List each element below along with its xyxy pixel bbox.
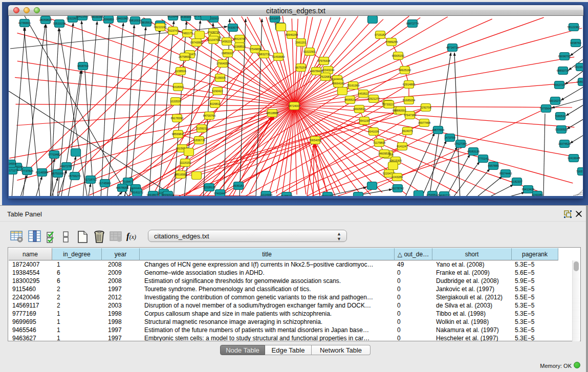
svg-text:0715182: 0715182 (375, 33, 385, 36)
svg-text:9318393: 9318393 (172, 85, 183, 89)
svg-text:46488771: 46488771 (280, 194, 293, 196)
svg-text:48734714: 48734714 (446, 46, 459, 49)
svg-text:6453521: 6453521 (358, 92, 368, 95)
svg-text:86578091: 86578091 (116, 186, 128, 189)
svg-text:18724007: 18724007 (288, 104, 300, 107)
svg-text:91022901: 91022901 (303, 50, 316, 53)
svg-text:6629946: 6629946 (167, 16, 178, 18)
svg-text:68893734: 68893734 (557, 69, 569, 72)
svg-text:01632870: 01632870 (269, 17, 281, 20)
svg-text:05766270: 05766270 (69, 174, 81, 178)
svg-text:7770143: 7770143 (477, 157, 488, 160)
svg-text:4957885: 4957885 (488, 164, 498, 167)
svg-text:49972787: 49972787 (60, 165, 73, 168)
svg-text:86753396: 86753396 (52, 172, 64, 175)
svg-text:2961201: 2961201 (295, 41, 306, 44)
svg-text:2292706: 2292706 (420, 106, 431, 109)
svg-text:07527354: 07527354 (454, 142, 467, 145)
svg-text:6562729: 6562729 (554, 83, 564, 86)
svg-text:89413435: 89413435 (522, 188, 534, 191)
svg-text:05865185: 05865185 (577, 80, 583, 83)
svg-text:7109477: 7109477 (122, 180, 133, 183)
svg-text:4586850: 4586850 (103, 18, 114, 21)
svg-text:13171274: 13171274 (9, 169, 18, 172)
svg-text:42104709: 42104709 (207, 38, 220, 41)
svg-text:18518888: 18518888 (266, 112, 278, 115)
svg-text:70654051: 70654051 (309, 139, 321, 142)
svg-text:24609539: 24609539 (378, 152, 390, 155)
svg-text:97403447: 97403447 (214, 192, 226, 195)
svg-text:28059826: 28059826 (39, 18, 52, 21)
svg-text:53755646: 53755646 (540, 107, 552, 110)
svg-text:44905814: 44905814 (353, 107, 365, 111)
svg-text:19374529: 19374529 (558, 142, 571, 145)
svg-text:12328120: 12328120 (203, 186, 215, 189)
svg-text:1456232: 1456232 (221, 40, 232, 43)
svg-text:17565512: 17565512 (426, 193, 439, 196)
svg-text:8835523: 8835523 (344, 98, 355, 101)
svg-text:81685054: 81685054 (403, 99, 415, 102)
svg-text:84700766: 84700766 (203, 114, 215, 117)
svg-text:50533158: 50533158 (53, 22, 66, 25)
svg-text:4341036: 4341036 (368, 130, 379, 133)
svg-text:51718702: 51718702 (84, 178, 97, 181)
svg-text:97703482: 97703482 (48, 153, 60, 156)
svg-text:58122362: 58122362 (568, 26, 580, 29)
svg-text:86872774: 86872774 (406, 22, 419, 25)
svg-text:5290422: 5290422 (212, 90, 223, 93)
svg-text:7693676: 7693676 (227, 26, 238, 29)
svg-text:12368516: 12368516 (233, 45, 246, 48)
svg-text:88516560: 88516560 (175, 173, 187, 176)
svg-text:85574443: 85574443 (499, 172, 512, 175)
svg-text:99938677: 99938677 (147, 193, 159, 196)
svg-text:09743953: 09743953 (190, 41, 203, 44)
svg-text:49877694: 49877694 (432, 128, 444, 132)
svg-text:7139005: 7139005 (214, 76, 225, 79)
svg-text:89178390: 89178390 (171, 117, 183, 120)
svg-text:51493689: 51493689 (272, 55, 285, 58)
svg-text:08835615: 08835615 (140, 21, 153, 24)
svg-text:71159212: 71159212 (195, 127, 208, 130)
svg-text:63193149: 63193149 (575, 65, 583, 69)
svg-text:7080531: 7080531 (555, 115, 565, 118)
svg-text:54330365: 54330365 (91, 16, 103, 18)
svg-text:74680715: 74680715 (438, 194, 450, 196)
svg-text:00343244: 00343244 (322, 69, 334, 72)
svg-text:82146584: 82146584 (36, 171, 48, 174)
svg-text:67737826: 67737826 (21, 169, 33, 172)
svg-text:44925192: 44925192 (399, 69, 411, 72)
svg-text:80940244: 80940244 (286, 33, 298, 36)
svg-text:4936183: 4936183 (233, 184, 244, 187)
svg-text:12419049: 12419049 (568, 157, 580, 160)
svg-text:69664160: 69664160 (332, 82, 344, 85)
svg-text:99016272: 99016272 (549, 99, 561, 102)
svg-text:65905151: 65905151 (392, 54, 404, 57)
svg-text:0504556: 0504556 (9, 162, 16, 165)
svg-text:90278742: 90278742 (391, 187, 404, 190)
svg-text:14978403: 14978403 (310, 70, 322, 73)
svg-text:0541199: 0541199 (359, 119, 369, 122)
svg-text:8240084: 8240084 (532, 193, 542, 196)
svg-text:4026811: 4026811 (209, 102, 220, 105)
svg-text:6658760: 6658760 (570, 41, 581, 45)
svg-text:26758692: 26758692 (179, 55, 191, 58)
svg-text:5182337: 5182337 (511, 180, 522, 183)
svg-text:17964053: 17964053 (216, 62, 229, 65)
svg-text:75161369: 75161369 (347, 84, 359, 87)
svg-text:35977468: 35977468 (418, 121, 430, 124)
svg-text:88424745: 88424745 (233, 37, 246, 40)
svg-text:09859317: 09859317 (222, 52, 234, 55)
svg-text:11836736: 11836736 (193, 139, 205, 142)
svg-text:8141247: 8141247 (397, 145, 407, 148)
svg-text:67976438: 67976438 (318, 59, 330, 62)
svg-text:4436995: 4436995 (180, 16, 191, 18)
svg-text:17549651: 17549651 (249, 48, 262, 51)
svg-text:1020539: 1020539 (170, 100, 181, 103)
svg-text:71179808: 71179808 (373, 141, 385, 144)
svg-text:59401399: 59401399 (321, 194, 334, 196)
svg-text:6675254: 6675254 (295, 66, 306, 69)
svg-text:1473799: 1473799 (444, 136, 455, 139)
svg-text:77889255: 77889255 (385, 40, 398, 43)
svg-text:00330923: 00330923 (555, 128, 568, 131)
svg-text:7482175: 7482175 (182, 32, 192, 35)
